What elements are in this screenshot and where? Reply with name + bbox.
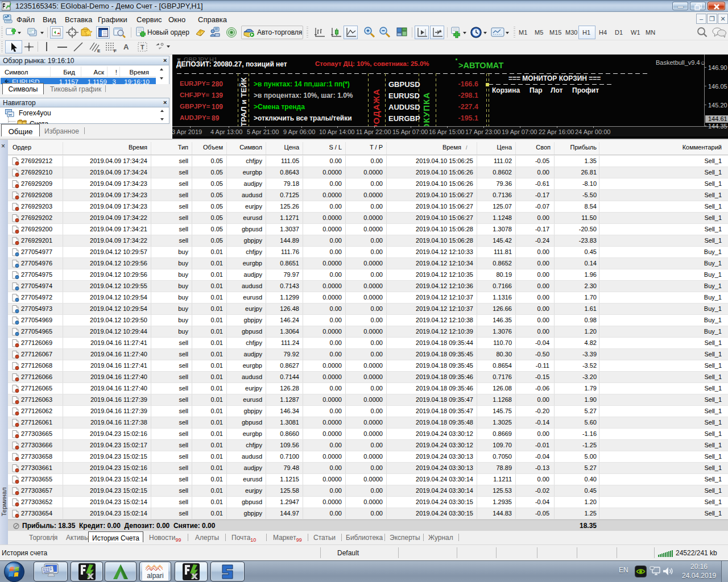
svg-text:alpari: alpari bbox=[147, 572, 163, 580]
svg-text:E: E bbox=[97, 48, 101, 53]
svg-text:F: F bbox=[114, 48, 117, 53]
svg-text:T: T bbox=[140, 44, 144, 51]
